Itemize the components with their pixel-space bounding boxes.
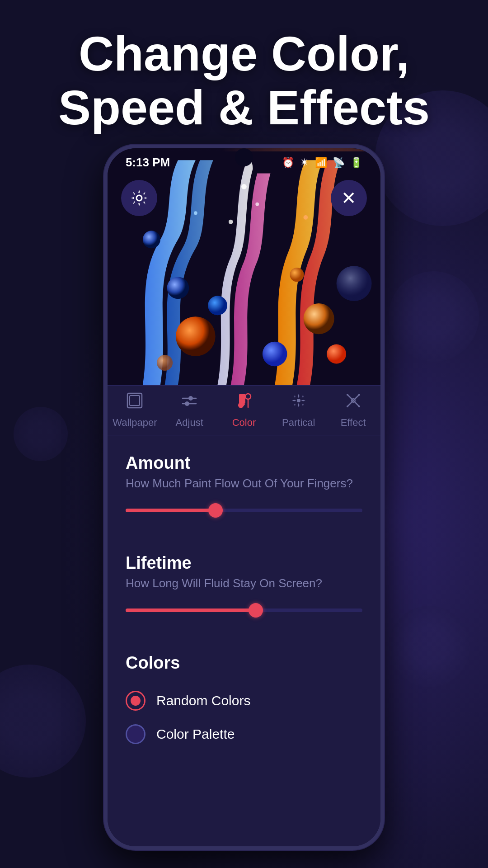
phone-frame: 5:13 PM ⏰ ✴ 📶 📡 🔋 xyxy=(104,145,384,850)
divider-1 xyxy=(126,535,362,535)
colors-section: Colors Random Colors Color Palette xyxy=(126,653,362,744)
svg-point-17 xyxy=(136,195,142,201)
svg-point-27 xyxy=(297,399,300,402)
content-area: Amount How Much Paint Flow Out Of Your F… xyxy=(108,435,380,776)
color-option-random[interactable]: Random Colors xyxy=(126,691,362,711)
camera-notch xyxy=(235,148,253,166)
svg-point-7 xyxy=(337,266,372,301)
radio-random-inner xyxy=(131,696,141,706)
lifetime-section: Lifetime How Long Will Fluid Stay On Scr… xyxy=(126,553,362,612)
adjust-tab-label: Adjust xyxy=(176,417,203,429)
svg-point-28 xyxy=(294,396,296,397)
amount-title: Amount xyxy=(126,453,362,473)
svg-point-6 xyxy=(263,342,287,367)
tab-bar: Wallpaper Adjust xyxy=(108,386,380,435)
status-icons: ⏰ ✴ 📶 📡 🔋 xyxy=(282,156,362,170)
amount-section: Amount How Much Paint Flow Out Of Your F… xyxy=(126,453,362,512)
wifi-icon: 📶 xyxy=(315,157,327,169)
lifetime-slider-thumb[interactable] xyxy=(249,603,263,618)
random-colors-label: Random Colors xyxy=(156,693,250,708)
bg-decoration xyxy=(389,271,479,362)
bluetooth-icon: ✴ xyxy=(300,156,310,170)
svg-rect-24 xyxy=(239,394,245,404)
wallpaper-tab-icon xyxy=(126,392,143,413)
bg-decoration xyxy=(14,407,68,461)
svg-point-38 xyxy=(358,406,360,407)
color-palette-label: Color Palette xyxy=(156,726,235,742)
colors-title: Colors xyxy=(126,653,362,673)
svg-point-10 xyxy=(208,296,227,315)
lifetime-slider-fill xyxy=(126,609,256,612)
headline-text: Change Color, Speed & Effects xyxy=(27,27,461,135)
divider-2 xyxy=(126,635,362,635)
adjust-tab-icon xyxy=(181,392,198,413)
effect-tab-icon xyxy=(345,392,362,413)
tab-effect[interactable]: Effect xyxy=(326,386,380,435)
svg-point-23 xyxy=(185,401,189,406)
amount-desc: How Much Paint Flow Out Of Your Fingers? xyxy=(126,476,362,491)
tab-adjust[interactable]: Adjust xyxy=(162,386,217,435)
color-tab-icon xyxy=(235,392,253,413)
color-option-palette[interactable]: Color Palette xyxy=(126,724,362,744)
wallpaper-tab-label: Wallpaper xyxy=(113,417,157,429)
svg-point-37 xyxy=(347,406,348,407)
partical-tab-icon xyxy=(290,392,307,413)
svg-point-15 xyxy=(304,215,308,220)
bg-decoration xyxy=(389,606,470,687)
svg-rect-19 xyxy=(130,396,140,406)
signal-icon: 📡 xyxy=(333,157,345,169)
svg-point-4 xyxy=(304,303,334,334)
svg-point-12 xyxy=(255,203,259,206)
tab-wallpaper[interactable]: Wallpaper xyxy=(108,386,162,435)
partical-tab-label: Partical xyxy=(282,417,315,429)
amount-slider-fill xyxy=(126,509,216,512)
svg-point-2 xyxy=(167,277,189,299)
svg-point-5 xyxy=(327,344,346,364)
tab-color[interactable]: Color xyxy=(217,386,272,435)
svg-point-14 xyxy=(194,211,197,215)
svg-point-9 xyxy=(143,231,160,248)
status-time: 5:13 PM xyxy=(126,156,170,170)
headline: Change Color, Speed & Effects xyxy=(0,27,488,135)
lifetime-slider-track[interactable] xyxy=(126,609,362,612)
svg-point-35 xyxy=(347,394,348,396)
radio-palette[interactable] xyxy=(126,724,145,744)
svg-point-11 xyxy=(241,184,247,189)
svg-point-25 xyxy=(245,394,251,399)
settings-button[interactable] xyxy=(121,180,157,216)
radio-random[interactable] xyxy=(126,691,145,711)
battery-icon: 🔋 xyxy=(350,157,362,169)
bottom-panel: Wallpaper Adjust xyxy=(108,385,380,846)
color-tab-label: Color xyxy=(232,417,256,429)
svg-point-3 xyxy=(157,355,173,371)
lifetime-desc: How Long Will Fluid Stay On Screen? xyxy=(126,576,362,590)
svg-point-21 xyxy=(188,396,193,401)
effect-tab-label: Effect xyxy=(341,417,366,429)
svg-point-31 xyxy=(302,404,304,406)
gear-icon xyxy=(130,189,148,207)
svg-point-36 xyxy=(358,394,360,396)
close-button[interactable]: ✕ xyxy=(331,180,367,216)
amount-slider-thumb[interactable] xyxy=(208,503,223,518)
lifetime-title: Lifetime xyxy=(126,553,362,573)
svg-point-30 xyxy=(294,404,296,406)
svg-point-8 xyxy=(290,268,304,282)
alarm-icon: ⏰ xyxy=(282,157,294,169)
phone-screen: 5:13 PM ⏰ ✴ 📶 📡 🔋 xyxy=(108,148,380,846)
svg-point-1 xyxy=(176,316,216,356)
svg-point-29 xyxy=(302,396,304,397)
amount-slider-track[interactable] xyxy=(126,509,362,512)
close-icon: ✕ xyxy=(341,188,357,208)
tab-partical[interactable]: Partical xyxy=(271,386,326,435)
svg-point-13 xyxy=(229,220,233,224)
